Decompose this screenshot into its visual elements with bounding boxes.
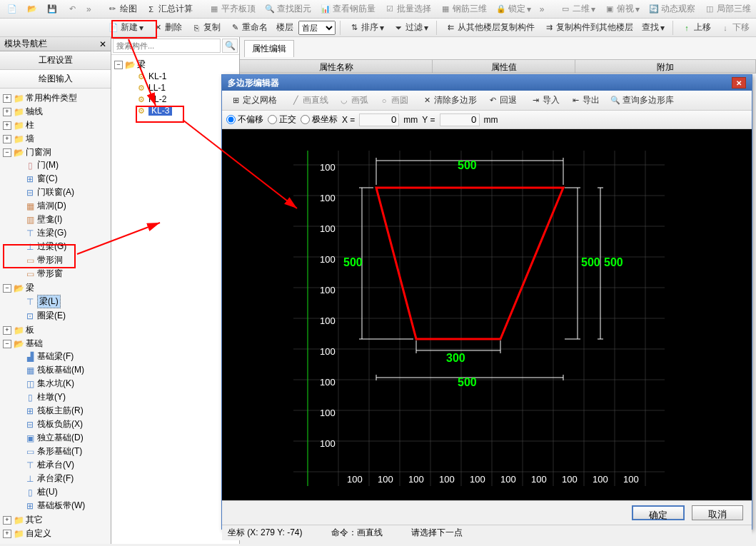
tree-band-win[interactable]: 带形窗 xyxy=(37,268,63,280)
svg-text:500: 500 xyxy=(581,256,600,268)
x-input[interactable] xyxy=(359,113,399,126)
import-button[interactable]: ⇥导入 xyxy=(526,92,563,108)
component-list-panel: 🔍 −📂梁 ⚙KL-1 ⚙LL-1 ⚙KL-2 ⚙KL-3 xyxy=(111,37,240,544)
tree-door[interactable]: 门(M) xyxy=(37,159,59,171)
more-icon[interactable]: » xyxy=(83,2,95,16)
tree-window[interactable]: 窗(C) xyxy=(37,173,58,185)
nav-header: 模块导航栏✕ xyxy=(0,37,111,51)
x-label: X = xyxy=(342,115,355,125)
search-button[interactable]: 🔍 xyxy=(222,39,238,53)
move-up-button[interactable]: ↑上移 xyxy=(677,19,715,36)
new-file-icon[interactable]: 📄 xyxy=(3,1,21,17)
radio-no-offset[interactable]: 不偏移 xyxy=(226,113,263,126)
rename-button[interactable]: ✎重命名 xyxy=(226,19,271,36)
save-icon[interactable]: 💾 xyxy=(43,1,61,17)
tree-cap-beam[interactable]: 承台梁(F) xyxy=(37,472,74,485)
tree-fnd-beam[interactable]: 基础梁(F) xyxy=(37,350,74,363)
tree-lintel[interactable]: 连梁(G) xyxy=(37,227,66,239)
tree-raft-main[interactable]: 筏板主筋(R) xyxy=(37,405,84,417)
new-button[interactable]: 📄新建 ▾ xyxy=(104,19,147,36)
search-input[interactable] xyxy=(113,39,221,53)
tree-strip-fnd[interactable]: 条形基础(T) xyxy=(37,445,82,457)
more2-icon[interactable]: » xyxy=(536,2,548,16)
define-grid-button[interactable]: ⊞定义网格 xyxy=(226,92,281,108)
move-down-button[interactable]: ↓下移 xyxy=(716,19,753,36)
tree-foundation[interactable]: 基础 xyxy=(26,338,43,350)
ok-button[interactable]: 确定 xyxy=(632,505,685,520)
radio-polar[interactable]: 极坐标 xyxy=(301,113,338,126)
2d-button[interactable]: ▭二维 ▾ xyxy=(556,1,599,17)
tree-band-hole[interactable]: 带形洞 xyxy=(37,254,63,266)
view-rebar-button[interactable]: 📊查看钢筋量 xyxy=(316,1,379,17)
undo-icon[interactable]: ↶ xyxy=(63,1,81,17)
tree-axis[interactable]: 轴线 xyxy=(26,106,43,118)
tree-fnd-strip[interactable]: 基础板带(W) xyxy=(37,500,85,512)
export-button[interactable]: ⇤导出 xyxy=(566,92,603,108)
y-input[interactable] xyxy=(440,113,480,126)
beam-group[interactable]: 梁 xyxy=(137,59,146,71)
undo-button[interactable]: ↶回退 xyxy=(483,92,520,108)
tree-column[interactable]: 柱 xyxy=(26,119,34,131)
tree-ring-beam[interactable]: 圈梁(E) xyxy=(37,310,66,322)
floor-select[interactable]: 首层 xyxy=(298,21,336,35)
tree-iso-fnd[interactable]: 独立基础(D) xyxy=(37,432,84,444)
tree-beam[interactable]: 梁 xyxy=(26,282,34,294)
tab-draw-input[interactable]: 绘图输入 xyxy=(0,70,111,89)
tree-pile[interactable]: 桩(U) xyxy=(37,486,58,498)
copy-from-other-button[interactable]: ⇇从其他楼层复制构件 xyxy=(441,19,538,36)
tree-wall-hole[interactable]: 墙洞(D) xyxy=(37,200,66,212)
draw-circle-button[interactable]: ○画圆 xyxy=(375,92,412,108)
beam-kl1[interactable]: KL-1 xyxy=(148,71,166,81)
beam-kl2[interactable]: KL-2 xyxy=(148,94,166,104)
tree-opening[interactable]: 门窗洞 xyxy=(26,146,51,158)
clear-poly-button[interactable]: ✕清除多边形 xyxy=(418,92,480,108)
close-icon[interactable]: ✕ xyxy=(732,77,746,89)
batch-select-button[interactable]: ☑批量选择 xyxy=(380,1,435,17)
tree-common[interactable]: 常用构件类型 xyxy=(26,92,77,104)
dynamic-view-button[interactable]: 🔄动态观察 xyxy=(645,1,699,17)
find-button[interactable]: 查找 ▾ xyxy=(638,19,668,36)
svg-marker-44 xyxy=(376,188,563,339)
open-icon[interactable]: 📂 xyxy=(23,1,41,17)
dialog-coord-bar: 不偏移 正交 极坐标 X = mm Y = mm xyxy=(222,111,752,129)
tab-project-settings[interactable]: 工程设置 xyxy=(0,51,111,70)
lock-button[interactable]: 🔒锁定 ▾ xyxy=(492,1,535,17)
tree-custom[interactable]: 自定义 xyxy=(26,527,51,540)
summary-button[interactable]: Σ汇总计算 xyxy=(142,1,196,17)
copy-to-other-button[interactable]: ⇉复制构件到其他楼层 xyxy=(540,19,637,36)
component-tree[interactable]: +📁常用构件类型 +📁轴线 +📁柱 +📁墙 −📂门窗洞 ▯门(M) ⊞窗(C) … xyxy=(0,89,111,545)
tree-wall[interactable]: 墙 xyxy=(26,133,34,145)
dialog-titlebar[interactable]: 多边形编辑器 ✕ xyxy=(222,75,752,91)
svg-text:100: 100 xyxy=(378,474,393,485)
tree-other[interactable]: 其它 xyxy=(26,514,43,526)
flat-roof-button[interactable]: ▦平齐板顶 xyxy=(205,1,259,17)
draw-button[interactable]: ✏绘图 xyxy=(104,1,141,17)
tree-raft-fnd[interactable]: 筏板基础(M) xyxy=(37,364,84,376)
tree-raft-neg[interactable]: 筏板负筋(X) xyxy=(37,418,83,430)
copy-button[interactable]: ⎘复制 xyxy=(187,19,224,36)
radio-ortho[interactable]: 正交 xyxy=(268,113,296,126)
query-lib-button[interactable]: 🔍查询多边形库 xyxy=(606,92,677,108)
tree-pile-cap[interactable]: 桩承台(V) xyxy=(37,459,74,471)
delete-button[interactable]: ✕删除 xyxy=(148,19,186,36)
find-elem-button[interactable]: 🔍查找图元 xyxy=(261,1,315,17)
perspective-button[interactable]: ▣俯视 ▾ xyxy=(600,1,643,17)
polygon-canvas[interactable]: 100100100100100100100100100100 100100100… xyxy=(222,129,752,500)
cancel-button[interactable]: 取消 xyxy=(692,505,743,520)
tree-slab[interactable]: 板 xyxy=(26,324,34,336)
tree-pier[interactable]: 柱墩(Y) xyxy=(37,391,66,403)
rebar-3d-button[interactable]: ▦钢筋三维 xyxy=(436,1,490,17)
beam-ll1[interactable]: LL-1 xyxy=(148,83,166,93)
tree-beam-l[interactable]: 梁(L) xyxy=(37,295,61,308)
filter-button[interactable]: ⏷过滤 ▾ xyxy=(389,19,432,36)
draw-arc-button[interactable]: ◡画弧 xyxy=(335,92,372,108)
local-3d-button[interactable]: ◫局部三维 xyxy=(700,1,755,17)
tree-door-window[interactable]: 门联窗(A) xyxy=(37,186,74,198)
draw-line-button[interactable]: ╱画直线 xyxy=(286,92,332,108)
tree-wall-niche[interactable]: 壁龛(I) xyxy=(37,213,62,226)
property-tab[interactable]: 属性编辑 xyxy=(244,40,294,57)
tree-over-beam[interactable]: 过梁(G) xyxy=(37,241,66,253)
beam-kl3[interactable]: KL-3 xyxy=(148,106,172,116)
sort-button[interactable]: ⇅排序 ▾ xyxy=(345,19,388,36)
tree-sump[interactable]: 集水坑(K) xyxy=(37,378,74,390)
